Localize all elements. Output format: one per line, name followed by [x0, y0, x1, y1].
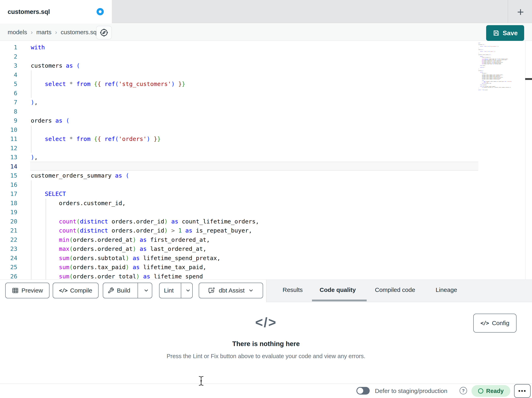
code-line[interactable]: customers as ( — [31, 61, 80, 71]
code-line[interactable]: sum(orders.order_total) as lifetime_spen… — [31, 272, 203, 280]
compass-icon — [99, 28, 109, 37]
new-tab-button[interactable]: + — [513, 2, 529, 21]
line-number: 19 — [0, 208, 17, 217]
ready-status-badge: Ready — [471, 385, 510, 397]
chevron-down-icon — [248, 288, 254, 293]
line-number: 11 — [0, 135, 17, 144]
tab-results[interactable]: Results — [283, 284, 303, 296]
line-number: 14 — [0, 162, 17, 171]
help-icon[interactable]: ? — [460, 387, 467, 394]
dbt-ide-window: customers.sql + models › marts › custome… — [0, 0, 532, 398]
file-tab-title: customers.sql — [8, 8, 50, 15]
lineage-compass-button[interactable] — [96, 26, 112, 39]
minimap-code: with customers as ( select * from {{ ref… — [478, 43, 525, 90]
breadcrumb-separator: › — [55, 29, 57, 36]
code-line[interactable]: orders as ( — [31, 116, 70, 125]
defer-toggle[interactable] — [356, 387, 370, 395]
file-tab-customers-sql[interactable]: customers.sql — [0, 0, 112, 24]
empty-state-title: There is nothing here — [0, 340, 532, 348]
line-number: 4 — [0, 71, 17, 80]
build-button[interactable]: Build — [103, 283, 135, 298]
active-tab-underline — [312, 300, 367, 301]
build-split-button: Build — [103, 283, 152, 298]
tab-lineage[interactable]: Lineage — [436, 284, 457, 296]
tab-bar-separator — [508, 0, 508, 23]
dbt-assist-button-label: dbt Assist — [219, 287, 245, 294]
save-button[interactable]: Save — [486, 25, 524, 41]
compile-button-label: Compile — [70, 287, 92, 294]
code-line[interactable]: customer_orders_summary as ( — [31, 171, 129, 180]
preview-button-label: Preview — [21, 287, 43, 294]
status-bar: Defer to staging/production ? Ready ••• — [0, 384, 532, 398]
empty-state-subtitle: Press the Lint or Fix button above to ev… — [0, 353, 532, 359]
line-number: 9 — [0, 116, 17, 125]
code-line[interactable]: with — [31, 43, 45, 52]
table-icon — [12, 287, 19, 294]
line-number: 18 — [0, 199, 17, 208]
code-line[interactable]: select * from {{ ref('stg_customers') }} — [31, 79, 185, 89]
lint-dropdown-button[interactable] — [184, 283, 192, 298]
line-number: 26 — [0, 272, 17, 280]
line-number: 20 — [0, 217, 17, 226]
config-button[interactable]: </> Config — [473, 314, 517, 333]
more-options-button[interactable]: ••• — [514, 384, 531, 398]
line-number: 13 — [0, 153, 17, 162]
code-line[interactable]: orders.customer_id, — [31, 199, 126, 208]
chevron-down-icon — [185, 288, 191, 293]
unsaved-changes-dot — [96, 8, 104, 15]
code-quality-panel: </> There is nothing here Press the Lint… — [0, 302, 532, 384]
preview-button[interactable]: Preview — [5, 283, 50, 298]
compile-button[interactable]: </> Compile — [53, 283, 99, 298]
status-circle-icon — [478, 388, 483, 394]
code-line[interactable]: max(orders.ordered_at) as last_ordered_a… — [31, 244, 206, 254]
split-button-divider — [181, 283, 181, 298]
line-number: 15 — [0, 171, 17, 180]
line-number: 12 — [0, 144, 17, 153]
build-button-label: Build — [117, 287, 130, 294]
lint-button[interactable]: Lint — [159, 283, 178, 298]
code-line[interactable]: SELECT — [31, 189, 66, 199]
breadcrumb-item-file[interactable]: customers.sql — [61, 29, 98, 36]
code-line[interactable]: min(orders.ordered_at) as first_ordered_… — [31, 235, 210, 245]
code-line[interactable]: count(distinct orders.order_id) as count… — [31, 217, 259, 226]
save-floppy-icon — [493, 29, 500, 37]
code-brackets-icon: </> — [481, 320, 489, 326]
line-number: 7 — [0, 98, 17, 107]
breadcrumb-item-marts[interactable]: marts — [36, 29, 51, 36]
line-number: 6 — [0, 89, 17, 98]
line-number: 5 — [0, 79, 17, 89]
line-number: 1 — [0, 43, 17, 52]
code-line[interactable]: ), — [31, 98, 38, 107]
breadcrumb-bar: models › marts › customers.sql Save — [0, 24, 532, 41]
line-number: 10 — [0, 125, 17, 135]
toolbar-divider — [266, 280, 266, 302]
tab-code-quality[interactable]: Code quality — [320, 284, 356, 296]
minimap[interactable]: with customers as ( select * from {{ ref… — [478, 43, 525, 278]
line-number: 24 — [0, 254, 17, 263]
code-line[interactable]: sum(orders.tax_paid) as lifetime_tax_pai… — [31, 263, 206, 272]
build-dropdown-button[interactable] — [141, 283, 152, 298]
code-line[interactable]: select * from {{ ref('orders') }} — [31, 135, 161, 144]
line-number: 22 — [0, 235, 17, 245]
code-brackets-icon: </> — [59, 287, 67, 294]
line-number: 25 — [0, 263, 17, 272]
lint-split-button: Lint — [159, 283, 193, 298]
breadcrumb: models › marts › customers.sql — [8, 24, 98, 41]
chevron-down-icon — [143, 288, 149, 293]
overview-ruler-cursor-marker — [525, 78, 532, 80]
line-number: 21 — [0, 226, 17, 235]
config-button-label: Config — [492, 320, 509, 326]
line-number: 3 — [0, 61, 17, 71]
code-line[interactable]: ), — [31, 153, 38, 162]
dbt-assist-button[interactable]: dbt Assist — [199, 283, 263, 298]
wrench-icon — [108, 287, 114, 294]
code-line[interactable]: count(distinct orders.order_id) > 1 as i… — [31, 226, 252, 235]
tab-compiled-code[interactable]: Compiled code — [375, 284, 415, 296]
toggle-knob — [357, 388, 363, 394]
code-editor[interactable]: 1234567891011121314151617181920212223242… — [0, 41, 532, 280]
code-line[interactable]: sum(orders.subtotal) as lifetime_spend_p… — [31, 254, 221, 263]
overview-ruler[interactable] — [525, 41, 532, 280]
save-button-label: Save — [503, 29, 518, 37]
breadcrumb-item-models[interactable]: models — [8, 29, 27, 36]
active-line-highlight — [30, 162, 478, 171]
